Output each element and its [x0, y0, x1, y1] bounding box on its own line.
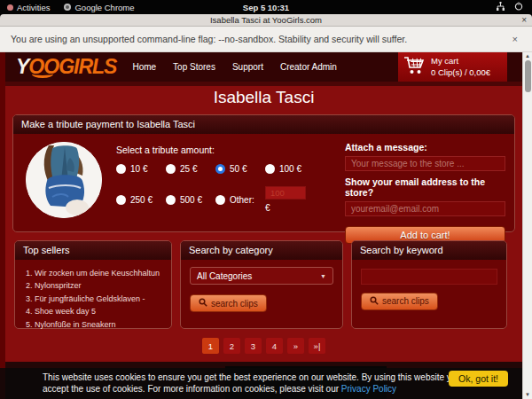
amount-option-250[interactable]: 250 € [116, 186, 166, 213]
currency-label: € [265, 203, 320, 213]
nav-item-creator-admin[interactable]: Creator Admin [280, 62, 337, 72]
cart-icon [403, 56, 425, 79]
category-select[interactable]: All Categories ▼ [190, 267, 333, 285]
top-sellers-title: Top sellers [15, 241, 171, 260]
page-button-3[interactable]: 3 [245, 338, 262, 354]
window-title-bar[interactable]: Isabella Tasci at YooGirls.com × [0, 14, 532, 27]
activities-label: Activities [17, 3, 50, 12]
email-input[interactable] [345, 201, 505, 216]
search-clips-keyword-button[interactable]: search clips [361, 293, 438, 310]
warning-close-icon[interactable]: × [512, 34, 521, 44]
top-sellers-panel: Top sellers 1. Wir zocken um deine Keusc… [14, 240, 172, 329]
radio-icon[interactable] [265, 164, 275, 174]
window-title: Isabella Tasci at YooGirls.com [210, 15, 322, 25]
top-sellers-list: 1. Wir zocken um deine Keuschhaltun 2. N… [24, 267, 162, 331]
nav-item-support[interactable]: Support [232, 62, 263, 72]
page-title: Isabella Tasci [5, 86, 522, 110]
tribute-panel: Make a tribute payment to Isabella Tasci [12, 114, 515, 232]
network-icon[interactable] [496, 2, 505, 12]
amount-selector: Select a tribute amount: 10 € 25 € 50 [116, 142, 336, 244]
radio-icon[interactable] [166, 195, 176, 205]
cookie-text: accept the use of cookies. For more info… [43, 384, 341, 394]
search-keyword-panel: Search by keyword search clips [351, 240, 507, 329]
logo-smile-arc [32, 70, 53, 78]
activities-icon [7, 4, 13, 11]
scroll-down-icon[interactable]: ▼ [523, 392, 532, 397]
app-menu-button[interactable]: Google Chrome [57, 0, 141, 14]
page-button-2[interactable]: 2 [223, 338, 240, 354]
activities-button[interactable]: Activities [0, 0, 57, 14]
logo-text-girls: GIRLS [59, 55, 116, 78]
page-button-1[interactable]: 1 [202, 338, 219, 354]
page-scrollbar[interactable]: ▲ ▼ [522, 52, 532, 399]
pagination: 1 2 3 4 » »| [5, 338, 522, 354]
logo-text-y: Y [16, 55, 28, 78]
page-button-last[interactable]: »| [309, 338, 325, 354]
chevron-down-icon: ▼ [320, 273, 326, 279]
search-keyword-title: Search by keyword [352, 241, 506, 260]
main-nav: Home Top Stores Support Creator Admin [132, 62, 336, 72]
amount-label: Select a tribute amount: [116, 145, 336, 155]
message-input[interactable] [345, 156, 505, 171]
search-category-title: Search by category [181, 241, 342, 260]
search-clips-label: search clips [211, 299, 258, 309]
scrollbar-thumb[interactable] [525, 60, 531, 92]
app-menu-label: Google Chrome [74, 3, 134, 12]
site-header: YOOGIRLS Home Top Stores Support Creator… [5, 52, 522, 82]
radio-icon[interactable] [116, 195, 126, 205]
radio-icon[interactable] [215, 164, 225, 174]
email-label: Show your email address to the store? [345, 176, 505, 198]
cookie-accept-button[interactable]: Ok, got it! [449, 371, 508, 387]
nav-item-home[interactable]: Home [132, 62, 156, 72]
radio-icon[interactable] [166, 164, 176, 174]
amount-option-10[interactable]: 10 € [116, 164, 166, 174]
amount-option-100[interactable]: 100 € [265, 164, 320, 174]
privacy-policy-link[interactable]: Privacy Policy [341, 384, 396, 394]
search-icon [370, 296, 379, 307]
search-clips-category-button[interactable]: search clips [190, 294, 267, 312]
amount-option-other[interactable]: Other: [215, 186, 265, 213]
top-seller-item[interactable]: 5. Nylonfüße in Sneakern [26, 318, 162, 331]
warning-text: You are using an unsupported command-lin… [11, 34, 407, 44]
window-close-icon[interactable]: × [521, 15, 527, 25]
search-clips-label: search clips [382, 296, 429, 306]
amount-option-25[interactable]: 25 € [166, 164, 215, 174]
page-button-next[interactable]: » [287, 338, 304, 354]
radio-icon[interactable] [215, 195, 225, 205]
category-selected-value: All Categories [197, 271, 252, 281]
message-label: Attach a message: [345, 142, 505, 153]
warning-bar: You are using an unsupported command-lin… [0, 27, 532, 52]
search-category-panel: Search by category All Categories ▼ sear… [180, 240, 343, 329]
page-wrapper: YOOGIRLS Home Top Stores Support Creator… [5, 52, 522, 399]
cart-widget[interactable]: My cart 0 Clip(s) / 0,00€ [398, 52, 507, 82]
top-seller-item[interactable]: 3. Für jungfräuliche Geldsklaven - [26, 293, 162, 305]
search-icon [199, 298, 207, 309]
top-seller-item[interactable]: 2. Nylonspritzer [26, 279, 162, 292]
store-avatar[interactable] [26, 142, 102, 218]
cookie-consent-bar: This website uses cookies to ensure you … [0, 368, 522, 399]
power-icon[interactable] [514, 2, 523, 12]
page-button-4[interactable]: 4 [266, 338, 283, 354]
radio-icon[interactable] [116, 164, 126, 174]
system-top-bar: Activities Google Chrome Sep 5 10:31 [0, 0, 532, 14]
browser-viewport: YOOGIRLS Home Top Stores Support Creator… [0, 52, 532, 399]
nav-item-top-stores[interactable]: Top Stores [173, 62, 215, 72]
top-seller-item[interactable]: 4. Shoe week day 5 [26, 305, 162, 317]
amount-option-500[interactable]: 500 € [166, 186, 215, 213]
top-seller-item[interactable]: 1. Wir zocken um deine Keuschhaltun [26, 267, 162, 279]
cart-count: 0 Clip(s) / 0,00€ [431, 67, 490, 78]
amount-option-50[interactable]: 50 € [215, 164, 265, 174]
site-logo[interactable]: YOOGIRLS [5, 52, 125, 82]
scroll-up-icon[interactable]: ▲ [523, 53, 532, 59]
chrome-icon [64, 4, 71, 11]
cart-label: My cart [431, 56, 490, 66]
keyword-input[interactable] [361, 269, 497, 285]
message-column: Attach a message: Show your email addres… [345, 142, 505, 244]
other-amount-input[interactable] [265, 186, 306, 200]
tribute-panel-title: Make a tribute payment to Isabella Tasci [13, 115, 514, 134]
